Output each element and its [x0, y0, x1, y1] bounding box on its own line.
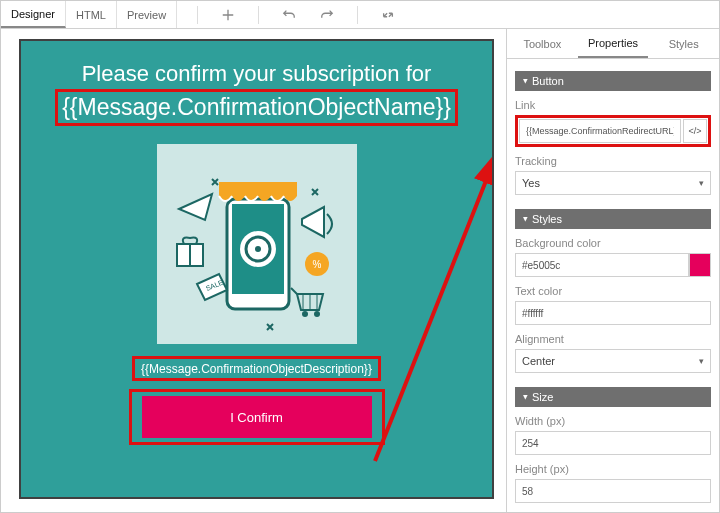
svg-text:%: %: [312, 259, 321, 270]
label-tracking: Tracking: [515, 155, 711, 167]
section-styles[interactable]: Styles: [515, 209, 711, 229]
highlight-box-confirm: I Confirm: [129, 389, 385, 445]
hero-image[interactable]: SALE %: [157, 144, 357, 344]
highlight-box-objectname: {{Message.ConfirmationObjectName}}: [55, 89, 458, 126]
main-area: Please confirm your subscription for {{M…: [1, 29, 719, 513]
svg-rect-6: [219, 182, 297, 196]
section-size[interactable]: Size: [515, 387, 711, 407]
label-alignment: Alignment: [515, 333, 711, 345]
confirm-button[interactable]: I Confirm: [142, 396, 372, 438]
panel-body: Button Link </> Tracking Yes Styles Back…: [507, 59, 719, 509]
canvas-wrap: Please confirm your subscription for {{M…: [1, 29, 506, 513]
separator: [197, 6, 198, 24]
email-canvas[interactable]: Please confirm your subscription for {{M…: [19, 39, 494, 499]
tab-designer[interactable]: Designer: [1, 1, 66, 28]
tracking-select[interactable]: Yes: [515, 171, 711, 195]
tab-preview[interactable]: Preview: [117, 1, 177, 28]
highlight-box-description: {{Message.ConfirmationObjectDescription}…: [132, 356, 381, 381]
collapse-icon[interactable]: [380, 7, 396, 23]
top-actions: [197, 6, 396, 24]
tab-properties[interactable]: Properties: [578, 29, 649, 58]
top-tabs: Designer HTML Preview: [1, 1, 177, 28]
properties-panel: Toolbox Properties Styles Button Link </…: [506, 29, 719, 513]
tab-toolbox[interactable]: Toolbox: [507, 29, 578, 58]
highlight-box-link: </>: [515, 115, 711, 147]
code-icon[interactable]: </>: [683, 119, 707, 143]
svg-point-5: [255, 246, 261, 252]
label-height: Height (px): [515, 463, 711, 475]
undo-icon[interactable]: [281, 7, 297, 23]
height-input[interactable]: [515, 479, 711, 503]
object-name-token[interactable]: {{Message.ConfirmationObjectName}}: [58, 92, 455, 123]
svg-point-13: [314, 311, 320, 317]
svg-line-18: [375, 153, 494, 461]
width-input[interactable]: [515, 431, 711, 455]
textcolor-input[interactable]: [515, 301, 711, 325]
tab-html[interactable]: HTML: [66, 1, 117, 28]
hero-illustration: SALE %: [157, 144, 357, 348]
label-textcolor: Text color: [515, 285, 711, 297]
bgcolor-swatch[interactable]: [689, 253, 711, 277]
panel-tabs: Toolbox Properties Styles: [507, 29, 719, 59]
alignment-select[interactable]: Center: [515, 349, 711, 373]
bgcolor-input[interactable]: [515, 253, 689, 277]
label-bgcolor: Background color: [515, 237, 711, 249]
link-input[interactable]: [519, 119, 681, 143]
redo-icon[interactable]: [319, 7, 335, 23]
separator: [258, 6, 259, 24]
add-icon[interactable]: [220, 7, 236, 23]
tab-styles[interactable]: Styles: [648, 29, 719, 58]
label-link: Link: [515, 99, 711, 111]
top-bar: Designer HTML Preview: [1, 1, 719, 29]
title-text[interactable]: Please confirm your subscription for: [21, 61, 492, 87]
description-token[interactable]: {{Message.ConfirmationObjectDescription}…: [135, 360, 378, 378]
separator: [357, 6, 358, 24]
svg-point-12: [302, 311, 308, 317]
section-button[interactable]: Button: [515, 71, 711, 91]
label-width: Width (px): [515, 415, 711, 427]
